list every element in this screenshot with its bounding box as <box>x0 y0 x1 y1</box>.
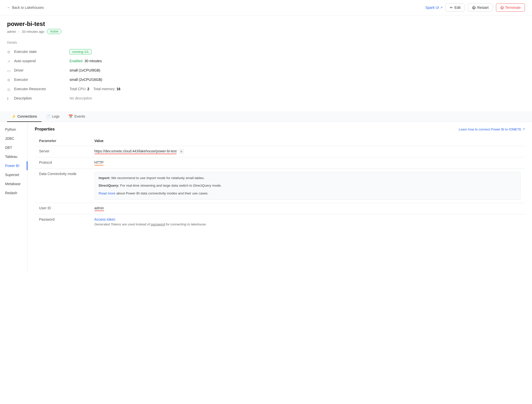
sidebar-item-superset[interactable]: Superset <box>0 170 27 179</box>
connectivity-box: Import: We recommend to use Import mode … <box>94 172 521 200</box>
tab-logs[interactable]: 📄 Logs <box>42 111 64 122</box>
password-content: Access token Generated Tokens are used i… <box>94 217 521 226</box>
detail-row-executor: ⚙ Executor small (2vCPU/16GB) <box>7 75 525 85</box>
back-arrow-icon: ← <box>7 6 11 10</box>
page-title: power-bi-test <box>7 20 525 27</box>
sidebar-metabase-label: Metabase <box>5 182 20 186</box>
password-note: Generated Tokens are used instead of pas… <box>94 222 521 226</box>
tabs-bar: ⚡ Connections 📄 Logs 📅 Events <box>0 111 532 122</box>
detail-row-driver: ▭ Driver small (1vCPU/8GB) <box>7 66 525 75</box>
access-token-link[interactable]: Access token <box>94 217 115 221</box>
sidebar-item-tableau[interactable]: Tableau <box>0 152 27 161</box>
detail-row-auto-suspend: ↗ Auto suspend Enabled 30 minutes <box>7 57 525 66</box>
table-header-row: Parameter Value <box>35 136 525 146</box>
table-row-password: Password Access token Generated Tokens a… <box>35 214 525 229</box>
value-password: Access token Generated Tokens are used i… <box>90 214 525 229</box>
value-server: https://dev.iomete.cloud:443/lakehouse/p… <box>90 146 525 157</box>
table-row-connectivity: Data Connectivity mode Import: We recomm… <box>35 169 525 203</box>
back-to-lakehouses-link[interactable]: ← Back to Lakehouses <box>7 6 44 10</box>
sidebar-tableau-label: Tableau <box>5 155 17 159</box>
sidebar-item-powerbi[interactable]: Power BI <box>0 161 27 170</box>
tab-events[interactable]: 📅 Events <box>64 111 90 122</box>
learn-link[interactable]: Learn how to connect Power BI to IOMETE … <box>459 127 525 131</box>
executor-resources-key: Executor Resources <box>14 87 70 91</box>
sidebar-item-redash[interactable]: Redash <box>0 188 27 197</box>
content-area: Python JDBC DBT Tableau Power BI Superse… <box>0 122 532 273</box>
details-section: Details ⚙ Executor state running 1/1 ↗ A… <box>0 37 532 109</box>
read-more-text: Read more about Power BI data connectivi… <box>99 191 517 196</box>
auto-suspend-icon: ↗ <box>7 59 14 64</box>
sidebar: Python JDBC DBT Tableau Power BI Superse… <box>0 122 28 273</box>
param-userid: User ID <box>35 203 90 214</box>
top-actions: Spark UI ↗ ✏ Edit ⏻ Restart ⏻ Terminate <box>425 4 525 12</box>
table-row-protocol: Protocol HTTP <box>35 157 525 169</box>
driver-key: Driver <box>14 68 70 72</box>
meta-time: 33 minutes ago <box>22 30 44 33</box>
meta-divider: | <box>18 30 19 33</box>
spark-ui-link[interactable]: Spark UI ↗ <box>425 6 443 10</box>
terminate-label: Terminate <box>505 6 521 10</box>
edit-button[interactable]: ✏ Edit <box>446 4 465 12</box>
tab-connections[interactable]: ⚡ Connections <box>7 111 42 122</box>
meta-user: admin <box>7 30 16 33</box>
spark-ui-label: Spark UI <box>425 6 439 10</box>
executor-state-icon: ⚙ <box>7 50 14 54</box>
table-row-userid: User ID admin <box>35 203 525 214</box>
directquery-text: DirectQuery: For real-time streaming and… <box>99 183 517 188</box>
executor-resources-val: Total CPU: 2 Total memory: 16 <box>70 87 120 91</box>
properties-header: Properties Learn how to connect Power BI… <box>35 127 525 131</box>
value-userid: admin <box>90 203 525 214</box>
driver-val: small (1vCPU/8GB) <box>70 68 100 72</box>
driver-icon: ▭ <box>7 69 14 73</box>
edit-label: Edit <box>454 6 460 10</box>
sidebar-powerbi-label: Power BI <box>5 164 19 168</box>
restart-icon: ⏻ <box>472 6 476 10</box>
sidebar-redash-label: Redash <box>5 191 17 195</box>
learn-link-label: Learn how to connect Power BI to IOMETE <box>459 127 521 131</box>
password-note-text: Generated Tokens are used instead of pas… <box>94 222 207 226</box>
param-server: Server <box>35 146 90 157</box>
detail-row-executor-state: ⚙ Executor state running 1/1 <box>7 47 525 57</box>
executor-state-key: Executor state <box>14 50 70 54</box>
page-header: power-bi-test admin | 33 minutes ago Act… <box>0 15 532 37</box>
description-icon: ℹ <box>7 96 14 101</box>
restart-button[interactable]: ⏻ Restart <box>468 4 493 12</box>
copy-server-icon[interactable]: ⧉ <box>179 149 184 154</box>
userid-value: admin <box>94 206 104 211</box>
param-connectivity: Data Connectivity mode <box>35 169 90 203</box>
properties-title: Properties <box>35 127 55 131</box>
detail-row-description: ℹ Description No description <box>7 94 525 103</box>
import-text: Import: We recommend to use Import mode … <box>99 176 517 181</box>
table-row-server: Server https://dev.iomete.cloud:443/lake… <box>35 146 525 157</box>
sidebar-python-label: Python <box>5 127 16 131</box>
executor-state-val: running 1/1 <box>70 50 91 54</box>
password-underline: password <box>151 222 165 226</box>
col-param: Parameter <box>35 136 90 146</box>
sidebar-item-python[interactable]: Python <box>0 125 27 134</box>
edit-icon: ✏ <box>450 6 453 10</box>
details-label: Details <box>7 41 525 44</box>
read-more-link[interactable]: Read more <box>99 191 116 195</box>
sidebar-jdbc-label: JDBC <box>5 137 14 141</box>
protocol-value: HTTP <box>94 160 104 165</box>
page-meta: admin | 33 minutes ago Active <box>7 29 525 34</box>
param-protocol: Protocol <box>35 157 90 169</box>
terminate-button[interactable]: ⏻ Terminate <box>496 4 525 12</box>
events-tab-label: Events <box>74 114 85 118</box>
connections-tab-icon: ⚡ <box>12 114 16 118</box>
terminate-icon: ⏻ <box>500 6 504 10</box>
read-more-rest: about Power BI data connectivity modes a… <box>116 191 208 195</box>
param-password: Password <box>35 214 90 229</box>
logs-tab-icon: 📄 <box>46 114 50 118</box>
restart-label: Restart <box>477 6 488 10</box>
properties-table: Parameter Value Server https://dev.iomet… <box>35 136 525 229</box>
sidebar-item-metabase[interactable]: Metabase <box>0 179 27 188</box>
server-url: https://dev.iomete.cloud:443/lakehouse/p… <box>94 149 177 154</box>
sidebar-item-jdbc[interactable]: JDBC <box>0 134 27 143</box>
sidebar-item-dbt[interactable]: DBT <box>0 143 27 152</box>
sidebar-dbt-label: DBT <box>5 146 12 150</box>
executor-val: small (2vCPU/16GB) <box>70 78 102 82</box>
description-val: No description <box>70 96 92 100</box>
connections-tab-label: Connections <box>17 114 37 118</box>
detail-row-executor-resources: ◎ Executor Resources Total CPU: 2 Total … <box>7 85 525 94</box>
